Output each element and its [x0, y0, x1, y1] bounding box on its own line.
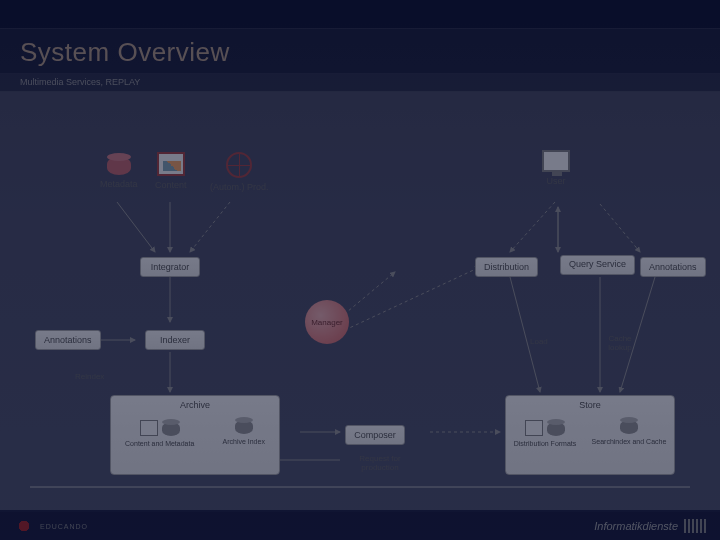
annotations-left-box: Annotations: [35, 330, 101, 350]
store-title: Store: [579, 400, 601, 410]
dist-formats-item: Distribution Formats: [514, 414, 577, 447]
reindex-label: Reindex: [75, 372, 104, 381]
autom-prod-label: (Autom.) Prod.: [210, 182, 269, 192]
indexer-box: Indexer: [145, 330, 205, 350]
page-title: System Overview: [0, 29, 720, 68]
monitor-icon: [542, 150, 570, 172]
composer-box: Composer: [345, 425, 405, 445]
dist-formats-label: Distribution Formats: [514, 440, 577, 447]
distribution-node: Distribution: [475, 257, 538, 277]
cube-icon: [525, 420, 543, 436]
globe-icon: [226, 152, 252, 178]
content-metadata-label: Content and Metadata: [125, 440, 194, 447]
metadata-node: Metadata: [100, 157, 138, 189]
subtitle-bar: Multimedia Services, REPLAY: [0, 74, 720, 92]
content-metadata-item: Content and Metadata: [125, 414, 194, 447]
cylinder-icon: [235, 420, 253, 434]
header-bar: System Overview: [0, 28, 720, 74]
search-cache-label: Searchindex and Cache: [592, 438, 667, 445]
database-icon: [107, 157, 131, 175]
archive-title: Archive: [180, 400, 210, 410]
integrator-node: Integrator: [140, 257, 200, 277]
diagram-canvas: Metadata Content (Autom.) Prod. User Int…: [0, 92, 720, 510]
right-brand-label: Informatikdienste: [594, 520, 678, 532]
stripes-icon: [684, 519, 706, 533]
annotations-right-node: Annotations: [640, 257, 706, 277]
request-prod-label: Request for production: [345, 454, 415, 472]
page-subtitle: Multimedia Services, REPLAY: [0, 74, 720, 87]
query-service-box: Query Service: [560, 255, 635, 275]
archive-container: Archive Content and Metadata Archive Ind…: [110, 395, 280, 475]
content-node: Content: [155, 152, 187, 190]
svg-line-14: [345, 267, 480, 330]
brand-logo-icon: [14, 518, 34, 534]
store-container: Store Distribution Formats Searchindex a…: [505, 395, 675, 475]
svg-line-6: [510, 202, 555, 252]
annotations-left-node: Annotations: [35, 330, 101, 350]
search-cache-item: Searchindex and Cache: [592, 414, 667, 447]
user-node: User: [542, 150, 570, 186]
integrator-box: Integrator: [140, 257, 200, 277]
indexer-node: Indexer: [145, 330, 205, 350]
distribution-box: Distribution: [475, 257, 538, 277]
user-label: User: [542, 176, 570, 186]
metadata-label: Metadata: [100, 179, 138, 189]
svg-line-10: [510, 277, 540, 392]
cache-lookup-label: Cache lookup: [600, 334, 640, 352]
svg-line-0: [117, 202, 155, 252]
composer-node: Composer: [345, 425, 405, 445]
cylinder-icon: [620, 420, 638, 434]
cube-icon: [140, 420, 158, 436]
archive-index-item: Archive Index: [222, 414, 264, 447]
svg-line-2: [190, 202, 230, 252]
autom-prod-node: (Autom.) Prod.: [210, 152, 269, 192]
left-brand-label: EDUCANDO: [40, 523, 88, 530]
cylinder-icon: [547, 422, 565, 436]
query-service-node: Query Service: [560, 255, 635, 275]
manager-label: Manager: [311, 318, 343, 327]
load-label: Load: [530, 337, 548, 346]
image-icon: [157, 152, 185, 176]
manager-node: Manager: [305, 300, 349, 344]
cylinder-icon: [162, 422, 180, 436]
content-label: Content: [155, 180, 187, 190]
annotations-right-box: Annotations: [640, 257, 706, 277]
right-brand: Informatikdienste: [594, 519, 706, 533]
svg-line-9: [600, 204, 640, 252]
archive-index-label: Archive Index: [222, 438, 264, 445]
footer: EDUCANDO Informatikdienste: [0, 512, 720, 540]
manager-circle: Manager: [305, 300, 349, 344]
